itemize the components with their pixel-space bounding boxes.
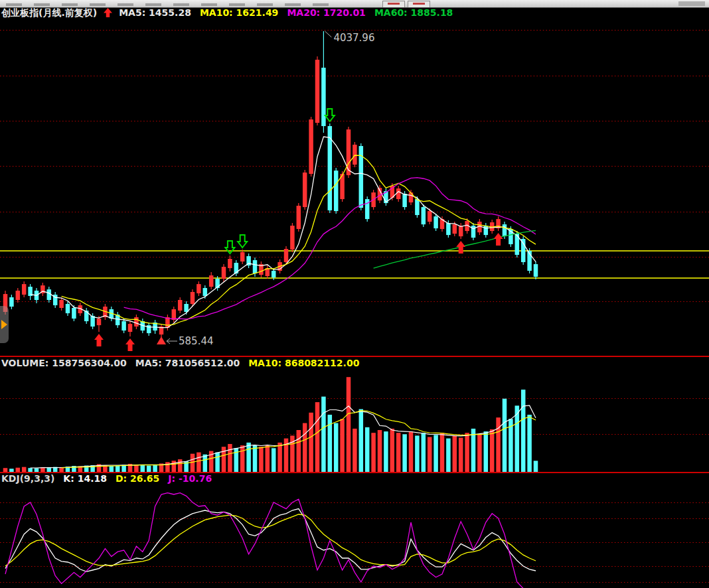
kdj-legend-3: J: -10.76: [168, 473, 212, 484]
low-label: 585.44: [179, 335, 214, 347]
ma-legend-3: MA60: 1885.18: [374, 7, 453, 18]
kdj-layer: [5, 493, 536, 588]
candles-layer: [3, 31, 538, 337]
buy-arrow-icon: [94, 334, 104, 346]
volume-legend-0: VOLUME: 158756304.00: [1, 358, 127, 368]
sell-arrow-icon: [238, 235, 247, 248]
chart-title: 创业板指(月线.前复权): [1, 7, 97, 18]
drawn-horizontal-lines: [0, 251, 709, 278]
volume-legend-2: MA10: 868082112.00: [248, 358, 359, 368]
price-header: 创业板指(月线.前复权) MA5: 1455.28MA10: 1621.49MA…: [1, 7, 453, 18]
volume-header: VOLUME: 158756304.00MA5: 781056512.00MA1…: [1, 358, 359, 368]
peak-label: 4037.96: [333, 32, 374, 44]
expand-right-icon: [1, 320, 7, 329]
buy-arrow-icon: [456, 241, 465, 254]
ma-legend-0: MA5: 1455.28: [119, 7, 191, 18]
kdj-legend-1: K: 14.18: [63, 473, 107, 484]
sidebar-expander[interactable]: [0, 306, 9, 343]
ma-legend-1: MA10: 1621.49: [200, 7, 279, 18]
up-arrow-icon: [103, 7, 113, 18]
volume-legend-1: MA5: 781056512.00: [135, 358, 240, 368]
gridlines: [0, 31, 709, 583]
kdj-header: KDJ(9,3,3)K: 14.18D: 26.65J: -10.76: [1, 473, 212, 484]
buy-arrow-icon: [125, 338, 135, 351]
chart-canvas[interactable]: 4037.96585.44: [0, 0, 709, 588]
kdj-legend-0: KDJ(9,3,3): [1, 473, 54, 484]
kdj-legend-2: D: 26.65: [116, 473, 159, 484]
sell-arrow-icon: [225, 241, 234, 254]
buy-arrow-icon: [494, 233, 503, 246]
ma-legend-2: MA20: 1720.01: [287, 7, 366, 18]
low-marker-icon: [157, 336, 166, 344]
volume-layer: [3, 377, 538, 472]
sell-arrow-icon: [325, 109, 335, 121]
app-window: 4037.96585.44 创业板指(月线.前复权) MA5: 1455.28M…: [0, 0, 709, 588]
